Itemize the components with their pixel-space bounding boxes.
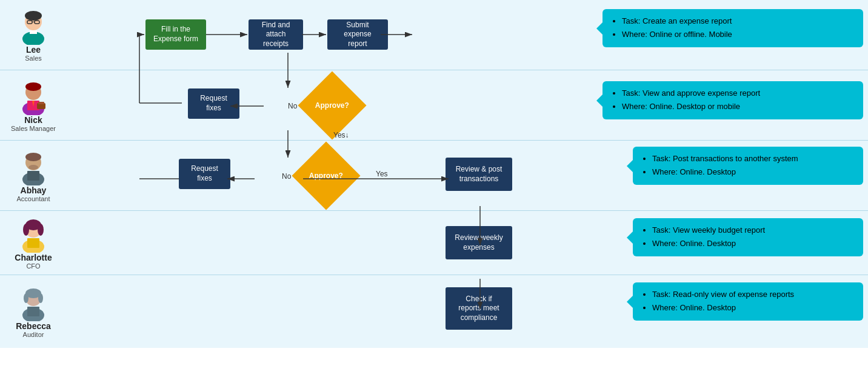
svg-point-40 [38,224,44,236]
svg-point-39 [23,224,29,236]
charlotte-avatar [15,216,52,253]
svg-rect-42 [27,307,39,316]
review-weekly-box[interactable]: Review weekly expenses [446,226,512,259]
rebecca-name: Rebecca [16,321,51,331]
abhay-avatar [15,149,52,185]
svg-point-45 [24,293,28,303]
svg-rect-31 [27,171,39,181]
lee-avatar [15,8,52,45]
swimlane-charlotte: Charlotte CFO Review weekly expenses Tas… [0,211,868,275]
actor-lee: Lee Sales [0,4,67,67]
swimlane-nick: Nick Sales Manager Request fixes No Appr… [0,70,868,141]
actor-charlotte: Charlotte CFO [0,212,67,275]
svg-point-26 [25,82,41,91]
yes-label-1: Yes↓ [333,131,349,139]
nick-callout: Task: View and approve expense report Wh… [603,81,863,119]
lee-role: Sales [25,55,42,62]
actor-nick: Nick Sales Manager [0,74,67,137]
svg-point-34 [28,165,38,170]
submit-report-box[interactable]: Submit expense report [327,19,388,50]
swimlane-lee: Lee Sales Fill in the Expense form Find … [0,0,868,70]
request-fixes-2-box[interactable]: Request fixes [179,159,230,189]
swimlane-abhay: Abhay Accountant Request fixes No Approv… [0,141,868,211]
check-compliance-box[interactable]: Check if reports meet compliance [446,287,512,330]
nick-flow: Request fixes No Approve? Yes↓ Task: Vie… [67,70,868,140]
svg-rect-36 [27,238,39,248]
charlotte-role: CFO [26,262,40,270]
no-label-1: No [288,102,297,110]
review-post-box[interactable]: Review & post transactions [446,158,512,191]
abhay-role: Accountant [16,195,50,202]
charlotte-callout: Task: View weekly budget report Where: O… [633,218,863,256]
svg-point-46 [38,293,43,303]
rebecca-callout: Task: Read-only view of expense reports … [633,282,863,321]
find-receipts-box[interactable]: Find and attach receipts [249,19,303,50]
lee-callout: Task: Create an expense report Where: On… [603,9,863,47]
approve-diamond-2: Approve? [300,150,352,201]
request-fixes-1-box[interactable]: Request fixes [188,88,239,119]
svg-point-18 [25,11,42,21]
abhay-flow: Request fixes No Approve? Yes Review & p… [67,141,868,210]
actor-abhay: Abhay Accountant [0,144,67,207]
diagram: Lee Sales Fill in the Expense form Find … [0,0,868,348]
svg-rect-29 [38,102,44,104]
no-label-2: No [282,172,291,181]
rebecca-role: Auditor [23,331,44,338]
nick-avatar [15,79,52,115]
rebecca-flow: Check if reports meet compliance Task: R… [67,275,868,348]
yes-label-2: Yes [376,170,388,178]
nick-name: Nick [24,115,42,125]
abhay-callout: Task: Post transactions to another syste… [633,147,863,185]
lee-flow: Fill in the Expense form Find and attach… [67,0,868,70]
approve-diamond-1: Approve? [306,79,358,131]
svg-point-33 [25,153,41,161]
charlotte-name: Charlotte [15,253,52,262]
swimlane-rebecca: Rebecca Auditor Check if reports meet co… [0,275,868,348]
lee-name: Lee [26,45,41,55]
nick-role: Sales Manager [11,125,56,132]
svg-rect-22 [30,30,37,34]
actor-rebecca: Rebecca Auditor [0,280,67,343]
charlotte-flow: Review weekly expenses Task: View weekly… [67,211,868,275]
rebecca-avatar [15,285,52,321]
abhay-name: Abhay [21,185,47,195]
fill-expense-box[interactable]: Fill in the Expense form [145,19,206,50]
